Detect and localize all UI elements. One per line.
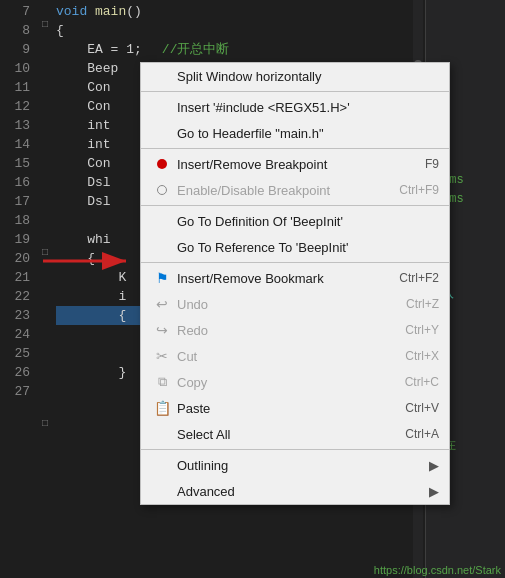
paste-icon: 📋 <box>151 400 173 416</box>
menu-item-insert-include[interactable]: Insert '#include <REGX51.H>' <box>141 94 449 120</box>
line-num-7: 7 <box>0 2 30 21</box>
line-num-25: 25 <box>0 344 30 363</box>
insert-include-label: Insert '#include <REGX51.H>' <box>177 100 350 115</box>
enable-breakpoint-label: Enable/Disable Breakpoint <box>177 183 330 198</box>
undo-label: Undo <box>177 297 208 312</box>
watermark: https://blog.csdn.net/Stark <box>374 564 501 576</box>
line-num-27: 27 <box>0 382 30 401</box>
copy-label: Copy <box>177 375 207 390</box>
line-num-19: 19 <box>0 230 30 249</box>
menu-item-cut[interactable]: ✂ Cut Ctrl+X <box>141 343 449 369</box>
insert-breakpoint-shortcut: F9 <box>425 157 439 171</box>
line-num-8: 8 <box>0 21 30 40</box>
line-num-22: 22 <box>0 287 30 306</box>
bookmark-flag-icon: ⚑ <box>151 270 173 286</box>
line-num-10: 10 <box>0 59 30 78</box>
goto-headerfile-label: Go to Headerfile "main.h" <box>177 126 324 141</box>
advanced-submenu-arrow: ▶ <box>429 484 439 499</box>
collapse-icon-20[interactable]: □ <box>42 247 48 258</box>
cut-icon: ✂ <box>151 348 173 364</box>
line-num-16: 16 <box>0 173 30 192</box>
separator-3 <box>141 205 449 206</box>
menu-item-goto-definition[interactable]: Go To Definition Of 'BeepInit' <box>141 208 449 234</box>
redo-shortcut: Ctrl+Y <box>405 323 439 337</box>
line-num-14: 14 <box>0 135 30 154</box>
menu-item-goto-headerfile[interactable]: Go to Headerfile "main.h" <box>141 120 449 146</box>
menu-item-undo[interactable]: ↩ Undo Ctrl+Z <box>141 291 449 317</box>
separator-1 <box>141 91 449 92</box>
menu-item-insert-breakpoint[interactable]: Insert/Remove Breakpoint F9 <box>141 151 449 177</box>
redo-icon: ↪ <box>151 322 173 338</box>
cut-shortcut: Ctrl+X <box>405 349 439 363</box>
menu-item-split-window[interactable]: Split Window horizontally <box>141 63 449 89</box>
outlining-submenu-arrow: ▶ <box>429 458 439 473</box>
goto-definition-label: Go To Definition Of 'BeepInit' <box>177 214 343 229</box>
advanced-label: Advanced <box>177 484 235 499</box>
menu-item-insert-bookmark[interactable]: ⚑ Insert/Remove Bookmark Ctrl+F2 <box>141 265 449 291</box>
menu-item-outlining[interactable]: Outlining ▶ <box>141 452 449 478</box>
redo-label: Redo <box>177 323 208 338</box>
separator-2 <box>141 148 449 149</box>
insert-bookmark-shortcut: Ctrl+F2 <box>399 271 439 285</box>
undo-icon: ↩ <box>151 296 173 312</box>
menu-item-goto-reference[interactable]: Go To Reference To 'BeepInit' <box>141 234 449 260</box>
menu-item-advanced[interactable]: Advanced ▶ <box>141 478 449 504</box>
line-num-21: 21 <box>0 268 30 287</box>
goto-reference-label: Go To Reference To 'BeepInit' <box>177 240 348 255</box>
context-menu[interactable]: Split Window horizontally Insert '#inclu… <box>140 62 450 505</box>
line-num-26: 26 <box>0 363 30 382</box>
paste-shortcut: Ctrl+V <box>405 401 439 415</box>
collapse-icon-8[interactable]: □ <box>42 19 48 30</box>
collapse-icon-23[interactable]: □ <box>42 418 48 429</box>
code-editor: 7 8 9 10 11 12 13 14 15 16 17 18 19 20 2… <box>0 0 505 578</box>
breakpoint-dot-icon <box>151 159 173 169</box>
enable-breakpoint-shortcut: Ctrl+F9 <box>399 183 439 197</box>
insert-breakpoint-label: Insert/Remove Breakpoint <box>177 157 327 172</box>
breakpoint-circle-icon <box>151 185 173 195</box>
line-num-18: 18 <box>0 211 30 230</box>
line-num-15: 15 <box>0 154 30 173</box>
right-line-2 <box>426 19 505 38</box>
undo-shortcut: Ctrl+Z <box>406 297 439 311</box>
line-num-20: 20 <box>0 249 30 268</box>
right-line-3 <box>426 38 505 57</box>
line-num-23: 23 <box>0 306 30 325</box>
insert-bookmark-label: Insert/Remove Bookmark <box>177 271 324 286</box>
copy-shortcut: Ctrl+C <box>405 375 439 389</box>
right-line-1 <box>426 0 505 19</box>
menu-item-select-all[interactable]: Select All Ctrl+A <box>141 421 449 447</box>
outlining-label: Outlining <box>177 458 228 473</box>
separator-5 <box>141 449 449 450</box>
line-num-12: 12 <box>0 97 30 116</box>
select-all-label: Select All <box>177 427 230 442</box>
menu-item-paste[interactable]: 📋 Paste Ctrl+V <box>141 395 449 421</box>
menu-item-copy[interactable]: ⧉ Copy Ctrl+C <box>141 369 449 395</box>
gutter: □ □ □ <box>38 0 56 578</box>
line-numbers: 7 8 9 10 11 12 13 14 15 16 17 18 19 20 2… <box>0 0 38 578</box>
split-window-label: Split Window horizontally <box>177 69 322 84</box>
copy-icon: ⧉ <box>151 374 173 390</box>
separator-4 <box>141 262 449 263</box>
line-num-9: 9 <box>0 40 30 59</box>
menu-item-enable-breakpoint[interactable]: Enable/Disable Breakpoint Ctrl+F9 <box>141 177 449 203</box>
paste-label: Paste <box>177 401 210 416</box>
select-all-shortcut: Ctrl+A <box>405 427 439 441</box>
line-num-11: 11 <box>0 78 30 97</box>
line-num-17: 17 <box>0 192 30 211</box>
line-num-24: 24 <box>0 325 30 344</box>
line-num-13: 13 <box>0 116 30 135</box>
menu-item-redo[interactable]: ↪ Redo Ctrl+Y <box>141 317 449 343</box>
cut-label: Cut <box>177 349 197 364</box>
